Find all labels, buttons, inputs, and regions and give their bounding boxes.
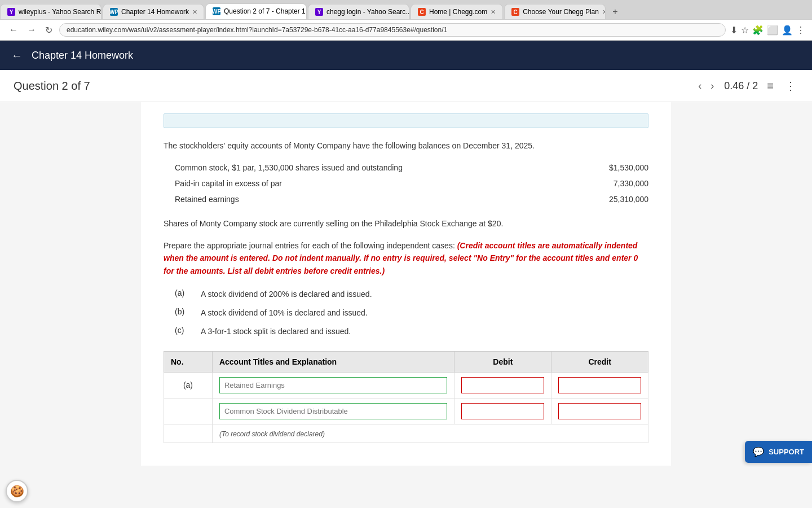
equity-value-1: $1,530,000 (581, 163, 648, 172)
url-input[interactable] (59, 23, 726, 37)
more-options-icon[interactable]: ⋮ (783, 77, 798, 95)
row-1-account-input[interactable] (219, 377, 448, 393)
browser-icons: ⬇ ☆ 🧩 ⬜ 👤 ⋮ (730, 25, 805, 36)
next-question-button[interactable]: › (707, 79, 717, 93)
row-1-credit-input[interactable] (558, 377, 641, 393)
tab-2-favicon: WP (110, 8, 118, 16)
tab-2-close[interactable]: ✕ (192, 8, 197, 16)
equity-label-2: Paid-in capital in excess of par (175, 179, 558, 188)
row-2-debit-input[interactable] (461, 403, 544, 419)
score-display: 0.46 / 2 (724, 80, 758, 92)
tab-4-favicon: Y (315, 8, 323, 16)
extensions-icon[interactable]: 🧩 (752, 25, 764, 36)
case-a-label: (a) (175, 288, 192, 297)
split-screen-icon[interactable]: ⬜ (767, 25, 778, 36)
tab-1-favicon: Y (7, 8, 15, 16)
tab-2[interactable]: WP Chapter 14 Homework ✕ (103, 4, 204, 19)
address-bar: ← → ↻ ⬇ ☆ 🧩 ⬜ 👤 ⋮ (0, 19, 812, 40)
case-b-label: (b) (175, 307, 192, 316)
support-label: SUPPORT (769, 448, 804, 456)
tab-5-label: Home | Chegg.com (429, 8, 487, 16)
case-c: (c) A 3-for-1 stock split is declared an… (175, 326, 648, 338)
case-b-text: A stock dividend of 10% is declared and … (201, 307, 368, 319)
row-2-debit (454, 398, 551, 424)
equity-label-1: Common stock, $1 par, 1,530,000 shares i… (175, 163, 558, 172)
equity-row-2: Paid-in capital in excess of par 7,330,0… (175, 179, 648, 188)
equity-row-3: Retained earnings 25,310,000 (175, 195, 648, 204)
back-button[interactable]: ← (11, 49, 23, 62)
row-2-account (212, 398, 454, 424)
support-icon: 💬 (753, 446, 764, 457)
tab-5-favicon: C (418, 8, 426, 16)
forward-nav-button[interactable]: → (25, 24, 38, 36)
instruction-text: Prepare the appropriate journal entries … (164, 239, 648, 277)
problem-intro: The stockholders' equity accounts of Mon… (164, 139, 648, 152)
tab-1-label: wileyplus - Yahoo Search R... (19, 8, 102, 16)
tab-6-close[interactable]: ✕ (602, 8, 606, 16)
back-nav-button[interactable]: ← (7, 24, 20, 36)
case-c-text: A 3-for-1 stock split is declared and is… (201, 326, 351, 338)
table-note-row: (To record stock dividend declared) (164, 424, 648, 443)
row-2-no (164, 398, 213, 424)
instruction-prefix: Prepare the appropriate journal entries … (164, 241, 457, 250)
browser-chrome: Y wileyplus - Yahoo Search R... ✕ WP Cha… (0, 0, 812, 41)
list-icon[interactable]: ≡ (765, 77, 776, 95)
tab-3-label: Question 2 of 7 - Chapter 1 (224, 7, 306, 15)
journal-table: No. Account Titles and Explanation Debit… (164, 351, 648, 443)
equity-value-2: 7,330,000 (581, 179, 648, 188)
reload-button[interactable]: ↻ (43, 24, 55, 37)
app-title: Chapter 14 Homework (32, 50, 133, 62)
col-no: No. (164, 351, 213, 372)
tab-2-label: Chapter 14 Homework (121, 8, 189, 16)
row-2-account-input[interactable] (219, 403, 448, 419)
note-no (164, 424, 213, 443)
save-page-icon[interactable]: ⬇ (730, 25, 738, 36)
menu-icon[interactable]: ⋮ (796, 25, 805, 36)
tab-3[interactable]: WP Question 2 of 7 - Chapter 1 ✕ (205, 3, 307, 19)
main-content: The stockholders' equity accounts of Mon… (141, 102, 671, 466)
table-row: (a) (164, 372, 648, 398)
tab-4[interactable]: Y chegg login - Yahoo Searc... ✕ (308, 4, 409, 19)
profile-icon[interactable]: 👤 (782, 25, 793, 36)
support-button[interactable]: 💬 SUPPORT (745, 441, 812, 463)
tab-3-favicon: WP (213, 7, 220, 15)
blue-banner (164, 113, 648, 128)
bookmark-icon[interactable]: ☆ (741, 25, 749, 36)
tab-5[interactable]: C Home | Chegg.com ✕ (411, 4, 503, 19)
tab-5-close[interactable]: ✕ (491, 8, 496, 16)
tab-6[interactable]: C Choose Your Chegg Plan ✕ (504, 4, 606, 19)
row-1-debit-input[interactable] (461, 377, 544, 393)
col-credit: Credit (551, 351, 648, 372)
note-text: (To record stock dividend declared) (212, 424, 648, 443)
case-a: (a) A stock dividend of 200% is declared… (175, 288, 648, 300)
table-row (164, 398, 648, 424)
row-2-credit-input[interactable] (558, 403, 641, 419)
equity-table: Common stock, $1 par, 1,530,000 shares i… (175, 163, 648, 204)
selling-text: Shares of Monty Company stock are curren… (164, 217, 648, 230)
question-nav: ‹ › (695, 79, 717, 93)
row-1-debit (454, 372, 551, 398)
col-debit: Debit (454, 351, 551, 372)
tab-4-label: chegg login - Yahoo Searc... (326, 8, 409, 16)
case-b: (b) A stock dividend of 10% is declared … (175, 307, 648, 319)
row-1-credit (551, 372, 648, 398)
table-header-row: No. Account Titles and Explanation Debit… (164, 351, 648, 372)
app-header: ← Chapter 14 Homework (0, 41, 812, 70)
tab-6-label: Choose Your Chegg Plan (523, 8, 599, 16)
case-c-label: (c) (175, 326, 192, 335)
equity-row-1: Common stock, $1 par, 1,530,000 shares i… (175, 163, 648, 172)
tab-1[interactable]: Y wileyplus - Yahoo Search R... ✕ (0, 4, 102, 19)
row-2-credit (551, 398, 648, 424)
row-1-no: (a) (164, 372, 213, 398)
prev-question-button[interactable]: ‹ (695, 79, 705, 93)
col-account: Account Titles and Explanation (212, 351, 454, 372)
new-tab-button[interactable]: + (607, 5, 623, 19)
question-header: Question 2 of 7 ‹ › 0.46 / 2 ≡ ⋮ (0, 70, 812, 102)
equity-value-3: 25,310,000 (581, 195, 648, 204)
case-a-text: A stock dividend of 200% is declared and… (201, 288, 372, 300)
tab-bar: Y wileyplus - Yahoo Search R... ✕ WP Cha… (0, 0, 812, 19)
tab-6-favicon: C (511, 8, 519, 16)
cases-list: (a) A stock dividend of 200% is declared… (175, 288, 648, 338)
row-1-account (212, 372, 454, 398)
note-label: (To record stock dividend declared) (219, 428, 325, 440)
